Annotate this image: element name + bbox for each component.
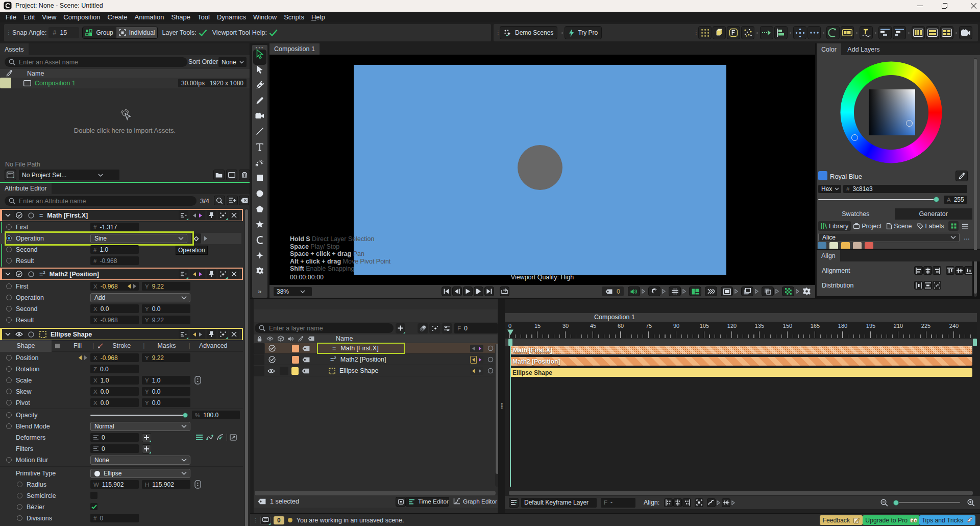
attribute-socket[interactable] [6,412,12,418]
new-composition-button[interactable] [226,170,237,180]
opacity-input[interactable]: %100.0 [192,411,240,419]
close-button[interactable] [962,0,980,12]
timeline-bar-math2[interactable]: Math2 [Position] [510,357,972,366]
go-to-end-button[interactable] [484,286,494,296]
playhead[interactable] [507,329,514,336]
math2-second-x-input[interactable]: X0.0 [90,304,139,313]
tab-color[interactable]: Color [817,43,841,55]
keyframe-nav[interactable] [470,345,483,352]
isolate-button[interactable] [218,210,228,220]
lib-tab-library[interactable]: Library [818,221,851,231]
viewport-tool-help-check-icon[interactable] [269,29,278,36]
eyedropper-icon[interactable] [298,336,304,342]
cube-tool-button[interactable] [713,26,726,39]
timeline-filter-input[interactable]: F- [601,498,635,508]
menu-help[interactable]: Help [308,13,329,21]
pivot-x-input[interactable]: X0.0 [90,398,139,407]
skew-x-input[interactable]: X0.0 [90,387,139,396]
flyout-arrow-icon[interactable] [662,289,666,294]
statusbar-grip[interactable]: ⋮ [253,519,255,521]
open-graph-icon[interactable] [230,434,237,441]
viewport-settings-button[interactable] [802,287,811,296]
tips-tricks-button[interactable]: Tips and Tricks [919,515,976,525]
previous-frame-button[interactable] [452,286,462,296]
palette-swatch[interactable] [818,242,826,249]
individual-toggle-button[interactable]: Individual [116,27,158,39]
scale-x-input[interactable]: X1.0 [90,376,139,385]
attribute-socket[interactable] [6,377,12,383]
palette-menu-button[interactable]: … [962,233,972,242]
align-right-button[interactable] [933,266,941,275]
isolate-button[interactable] [218,269,228,279]
lib-tab-scene[interactable]: Scene [884,221,914,231]
math2-first-y-input[interactable]: Y9.22 [142,282,190,291]
tab-assets[interactable]: Assets [0,43,29,55]
link-wh-button[interactable] [194,480,201,489]
trim-bar-tool-button[interactable] [841,26,854,39]
attribute-scrollbar[interactable] [244,208,249,526]
sv-square[interactable] [869,89,915,135]
tab-swatches[interactable]: Swatches [817,208,895,220]
next-frame-button[interactable] [474,286,483,296]
distribute-h-button[interactable] [914,281,923,290]
hue-marker[interactable] [851,134,858,141]
dynamics-icon[interactable] [216,434,224,441]
opacity-slider-knob[interactable] [183,413,188,418]
eyedropper-button[interactable] [955,171,968,181]
toolstrip-grip[interactable]: ●●● [256,46,264,49]
lib-tab-labels[interactable]: Labels [915,221,947,231]
scene-row-math1[interactable]: = Math [First.X] [254,343,498,354]
tab-align[interactable]: Align [817,250,840,261]
align-left-button[interactable] [914,266,923,275]
teal-list-icon[interactable] [195,434,203,441]
kf-fit-button[interactable] [695,498,703,507]
collapse-chevron-icon[interactable] [5,332,11,336]
pick-attribute-button[interactable] [214,196,225,205]
import-hint-text[interactable]: Double click here to import Assets. [0,127,250,134]
layer-color-swatch[interactable] [292,345,299,352]
tag-icon[interactable] [302,346,310,351]
tab-add-layers[interactable]: Add Layers [843,43,884,55]
palette-swatch[interactable] [853,242,862,249]
stagger-a-tool-button[interactable] [878,26,892,39]
group-toggle-button[interactable]: Group [82,27,116,39]
kf-align-right-button[interactable] [682,498,691,507]
zoom-level-select[interactable]: 38% [274,287,312,296]
solo-circle-icon[interactable] [28,271,34,277]
ellipse-shape-object[interactable] [518,145,562,190]
solo-circle-icon[interactable] [28,212,34,219]
toolbar-grip2[interactable]: ⋮ [496,32,498,34]
layer-tools-check-icon[interactable] [199,29,207,36]
link-xy-button[interactable] [194,376,201,385]
render-camera-button[interactable] [959,26,972,39]
arc-tool-button[interactable] [826,26,840,39]
feedback-button[interactable]: Feedback [820,515,863,525]
kf-distribute-button[interactable] [722,498,730,507]
attribute-socket[interactable] [6,355,12,361]
swatch-list-view-button[interactable] [960,221,970,231]
menu-window[interactable]: Window [250,13,280,21]
tag-icon[interactable] [302,357,310,363]
scatter-tool-button[interactable] [741,26,754,39]
timeline-bar-ellipse[interactable]: Ellipse Shape [510,368,972,377]
columns-view-button[interactable] [912,26,925,39]
filter-visible-button[interactable] [418,323,428,333]
sequence-dots-tool-button[interactable] [807,26,821,39]
sv-marker[interactable] [906,120,913,127]
layer-color-swatch[interactable] [291,367,299,375]
connections-button[interactable] [179,210,188,220]
tab-attribute-editor[interactable]: Attribute Editor [0,183,52,194]
lock-icon[interactable] [257,336,262,342]
maximize-button[interactable] [933,0,956,12]
flyout-arrow-icon[interactable] [642,289,645,294]
fast-forward-button[interactable] [705,286,717,296]
speaker-icon[interactable] [288,336,294,342]
prev-next-keyframe-buttons[interactable] [190,269,205,279]
transparency-button[interactable] [782,286,794,296]
expand-tools-button[interactable]: » [252,285,267,298]
tab-generator[interactable]: Generator [895,208,973,220]
grid-button[interactable] [669,286,681,296]
visible-eye-icon[interactable] [15,331,23,337]
sparkle-tool-icon[interactable] [256,252,264,259]
upgrade-pro-button[interactable]: Upgrade to Pro [863,515,920,525]
